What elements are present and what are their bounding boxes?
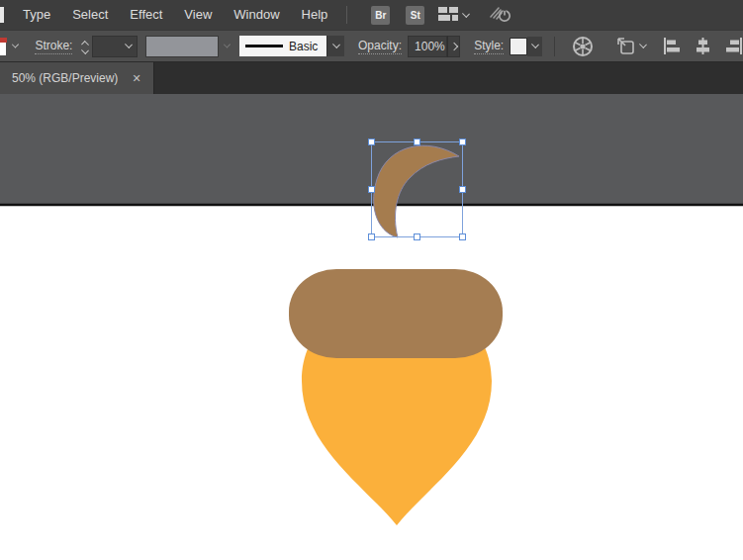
chevron-down-icon — [462, 10, 470, 18]
align-to-dropdown[interactable] — [616, 37, 646, 56]
fill-chevron-down-icon[interactable] — [11, 41, 18, 47]
width-profile-dropdown[interactable] — [145, 36, 219, 57]
menu-effect[interactable]: Effect — [119, 0, 173, 30]
align-right-button[interactable] — [724, 38, 743, 54]
control-bar: Stroke: Basic Opacity: 100% Style: — [0, 30, 743, 62]
opacity-label[interactable]: Opacity: — [358, 39, 402, 54]
document-tab-title: 50% (RGB/Preview) — [12, 71, 118, 85]
chevron-down-icon — [531, 41, 539, 48]
artboard-canvas[interactable] — [0, 94, 743, 560]
app-logo-partial — [0, 7, 4, 23]
workspace-layout-icon — [438, 7, 458, 24]
opacity-popup-button[interactable] — [447, 36, 460, 57]
menu-bar: Type Select Effect View Window Help Br S… — [0, 0, 743, 30]
chevron-down-icon — [639, 41, 647, 48]
acorn-cap-shape[interactable] — [289, 269, 503, 358]
workspace-switcher[interactable] — [438, 7, 469, 24]
share-power-icon — [489, 4, 512, 26]
horizontal-align-center-icon — [694, 38, 712, 54]
align-left-button[interactable] — [663, 38, 682, 54]
chevron-right-icon — [449, 42, 457, 49]
fill-color-swatch[interactable] — [0, 38, 6, 55]
document-tab-bar: 50% (RGB/Preview) ✕ — [0, 62, 743, 94]
chevron-down-icon — [332, 41, 340, 48]
graphic-style-swatch — [510, 38, 527, 55]
style-chevron-button[interactable] — [527, 37, 542, 56]
recolor-artwork-button[interactable] — [572, 36, 594, 57]
tab-close-icon[interactable]: ✕ — [132, 72, 140, 85]
menu-window[interactable]: Window — [223, 0, 290, 30]
opacity-input[interactable]: 100% — [408, 36, 447, 57]
chevron-down-icon — [125, 41, 133, 48]
stroke-weight-dropdown[interactable] — [92, 36, 137, 57]
menu-select[interactable]: Select — [61, 0, 119, 30]
stepper-down-icon[interactable] — [82, 47, 90, 54]
horizontal-align-left-icon — [663, 38, 682, 54]
bridge-button[interactable]: Br — [371, 6, 390, 25]
menubar-separator — [346, 6, 347, 24]
align-buttons — [663, 38, 743, 54]
color-wheel-icon — [572, 36, 594, 57]
menu-view[interactable]: View — [173, 0, 223, 30]
menu-type[interactable]: Type — [12, 0, 61, 30]
controlbar-separator — [554, 37, 555, 56]
horizontal-align-right-icon — [724, 38, 743, 54]
share-power-button[interactable] — [489, 4, 512, 26]
stroke-label[interactable]: Stroke: — [35, 39, 72, 54]
graphic-style-dropdown[interactable] — [510, 37, 542, 56]
brush-stroke-sample — [245, 45, 283, 47]
stroke-weight-stepper[interactable] — [82, 39, 88, 53]
align-to-artboard-icon — [616, 37, 636, 56]
stock-button[interactable]: St — [406, 6, 424, 25]
document-tab[interactable]: 50% (RGB/Preview) ✕ — [0, 62, 154, 94]
brush-definition-dropdown[interactable]: Basic — [239, 36, 344, 56]
brush-name: Basic — [289, 40, 318, 53]
style-label[interactable]: Style: — [474, 39, 504, 54]
brush-chevron-button[interactable] — [326, 36, 344, 56]
menu-help[interactable]: Help — [291, 0, 339, 30]
align-center-button[interactable] — [694, 38, 712, 54]
brush-preview: Basic — [239, 36, 326, 56]
width-profile-chevron-icon[interactable] — [224, 41, 231, 47]
